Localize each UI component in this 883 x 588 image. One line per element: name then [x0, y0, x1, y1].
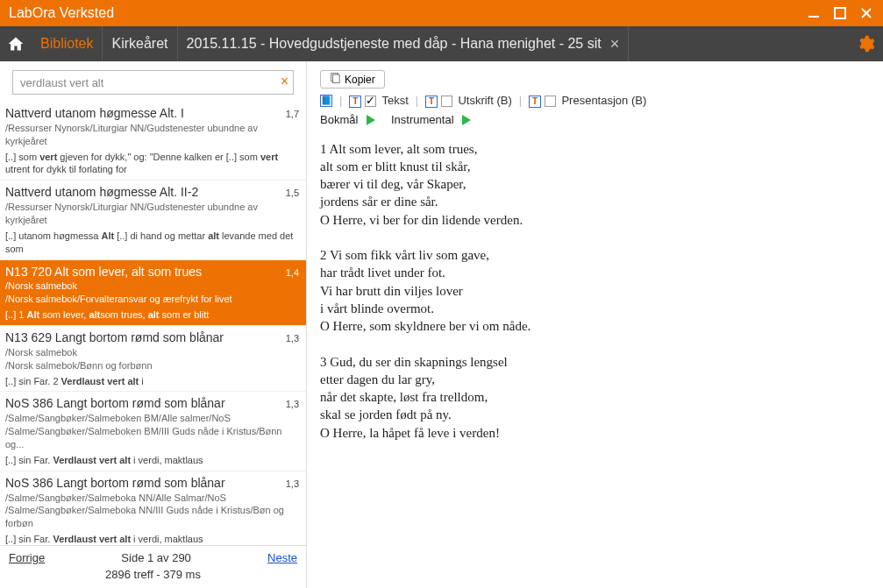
play-icon	[462, 115, 471, 125]
option-label: Presentasjon (B)	[561, 94, 646, 107]
result-title: N13 629 Langt bortom rømd som blånar	[5, 329, 224, 346]
result-score: 1,4	[286, 266, 299, 280]
separator: |	[416, 94, 418, 107]
result-title: Nattverd utanom høgmesse Alt. I	[5, 105, 184, 122]
result-snippet: [..] sin Far. 2 Verdlaust vert alt i	[5, 375, 299, 388]
search-result[interactable]: N13 629 Langt bortom rømd som blånar1,3/…	[0, 326, 306, 392]
result-path: /Salme/Sangbøker/Salmeboken BM/III Guds …	[5, 425, 299, 451]
option-presentasjon[interactable]: T Presentasjon (B)	[529, 94, 646, 108]
search-input[interactable]	[12, 70, 294, 95]
copy-icon	[330, 73, 340, 86]
instrumental-label: Instrumental	[391, 113, 454, 126]
svg-rect-5	[332, 74, 339, 82]
option-tekst[interactable]: T Tekst	[349, 94, 408, 108]
result-path: /Norsk salmebok	[5, 346, 299, 359]
result-title: NoS 386 Langt bortom rømd som blånar	[5, 395, 225, 412]
play-icon	[367, 115, 375, 125]
search-result[interactable]: Nattverd utanom høgmesse Alt. II-21,5/Re…	[0, 181, 306, 259]
close-button[interactable]	[853, 0, 879, 26]
result-path: /Norsk salmebok/Bønn og forbønn	[5, 359, 299, 372]
result-title: Nattverd utanom høgmesse Alt. II-2	[5, 184, 198, 201]
maximize-button[interactable]	[827, 0, 853, 26]
result-score: 1,7	[286, 108, 299, 121]
prev-page-link[interactable]: Forrige	[9, 551, 45, 564]
tab-close-icon[interactable]: ×	[610, 35, 620, 53]
result-title: NoS 386 Langt bortom rømd som blånar	[5, 475, 225, 492]
result-score: 1,3	[286, 332, 299, 345]
tab-kirkearet[interactable]: Kirkeåret	[103, 26, 177, 61]
result-path: /Ressurser Nynorsk/Liturgiar NN/Gudstene…	[5, 201, 299, 227]
lyrics-text: 1 Alt som lever, alt som trues, alt som …	[320, 140, 870, 442]
presentasjon-checkbox[interactable]	[545, 96, 556, 107]
search-result[interactable]: N13 720 Alt som lever, alt som trues1,4/…	[0, 260, 306, 326]
tab-label: 2015.11.15 - Hovedgudstjeneste med dåp -…	[187, 36, 602, 52]
tekst-checkbox[interactable]	[365, 96, 376, 107]
tab-bar: Bibliotek Kirkeåret 2015.11.15 - Hovedgu…	[0, 26, 883, 61]
bokmal-play[interactable]: Bokmål	[320, 113, 375, 126]
window-titlebar: LabOra Verksted	[0, 0, 883, 26]
bokmal-label: Bokmål	[320, 113, 358, 126]
next-page-link[interactable]: Neste	[267, 551, 297, 564]
result-path: /Salme/Sangbøker/Salmeboka NN/Alle Salma…	[5, 492, 299, 505]
toolbar-view-options: 📘 | T Tekst | T Utskrift (B) | T Present…	[320, 94, 870, 108]
tab-bibliotek[interactable]: Bibliotek	[32, 26, 103, 61]
result-path: /Ressurser Nynorsk/Liturgiar NN/Gudstene…	[5, 122, 299, 148]
copy-label: Kopier	[345, 74, 375, 86]
option-utskrift[interactable]: T Utskrift (B)	[425, 94, 512, 108]
utskrift-checkbox[interactable]	[441, 96, 452, 107]
search-panel: × Nattverd utanom høgmesse Alt. I1,7/Res…	[0, 61, 307, 588]
print-icon: T	[425, 96, 438, 108]
result-score: 1,3	[286, 398, 299, 411]
result-path: /Salme/Sangbøker/Salmeboken BM/Alle salm…	[5, 412, 299, 425]
result-path: /Salme/Sangbøker/Salmeboka NN/III Guds n…	[5, 504, 299, 530]
result-snippet: [..] sin Far. Verdlaust vert alt i verdi…	[5, 533, 299, 545]
instrumental-play[interactable]: Instrumental	[391, 113, 471, 126]
separator: |	[339, 94, 342, 107]
toolbar-audio: Bokmål Instrumental	[320, 113, 870, 126]
search-result[interactable]: NoS 386 Langt bortom rømd som blånar1,3/…	[0, 392, 306, 471]
result-stats: 2896 treff - 379 ms	[105, 568, 201, 581]
pager: Forrige Side 1 av 290 Neste 2896 treff -…	[0, 545, 306, 588]
result-score: 1,3	[286, 478, 299, 491]
result-score: 1,5	[286, 187, 299, 200]
tabbar-spacer	[629, 26, 848, 61]
tab-label: Bibliotek	[40, 36, 93, 52]
search-box: ×	[12, 70, 294, 95]
result-path: /Norsk salmebok	[5, 280, 299, 293]
option-label: Utskrift (B)	[458, 94, 511, 107]
result-snippet: [..] som vert gjeven for dykk," og: "Den…	[5, 151, 299, 177]
option-label: Tekst	[381, 94, 408, 107]
results-list[interactable]: Nattverd utanom høgmesse Alt. I1,7/Ressu…	[0, 102, 306, 545]
result-path: /Norsk salmebok/Forvalteransvar og ærefr…	[5, 293, 299, 306]
content-panel: Kopier 📘 | T Tekst | T Utskrift (B) | T …	[307, 61, 883, 588]
result-title: N13 720 Alt som lever, alt som trues	[5, 264, 202, 280]
svg-rect-1	[835, 8, 845, 18]
result-snippet: [..] utanom høgmessa Alt [..] di hand og…	[5, 230, 299, 256]
svg-rect-0	[808, 16, 819, 18]
search-result[interactable]: Nattverd utanom høgmesse Alt. I1,7/Ressu…	[0, 102, 306, 181]
copy-button[interactable]: Kopier	[320, 70, 385, 89]
page-indicator: Side 1 av 290	[121, 551, 191, 564]
settings-button[interactable]	[848, 26, 883, 61]
home-tab[interactable]	[0, 26, 32, 61]
minimize-button[interactable]	[801, 0, 827, 26]
window-title: LabOra Verksted	[9, 5, 801, 21]
book-icon: 📘	[320, 95, 332, 107]
separator: |	[519, 94, 522, 107]
text-icon: T	[349, 96, 361, 108]
search-result[interactable]: NoS 386 Langt bortom rømd som blånar1,3/…	[0, 471, 306, 545]
result-snippet: [..] 1 Alt som lever, altsom trues, alt …	[5, 308, 299, 322]
presentation-icon: T	[529, 96, 541, 108]
toolbar-primary: Kopier	[320, 70, 870, 89]
tab-label: Kirkeåret	[111, 36, 167, 52]
result-snippet: [..] sin Far. Verdlaust vert alt i verdi…	[5, 454, 299, 467]
tab-document[interactable]: 2015.11.15 - Hovedgudstjeneste med dåp -…	[178, 26, 630, 61]
main-region: × Nattverd utanom høgmesse Alt. I1,7/Res…	[0, 61, 883, 588]
clear-search-icon[interactable]: ×	[281, 74, 288, 89]
